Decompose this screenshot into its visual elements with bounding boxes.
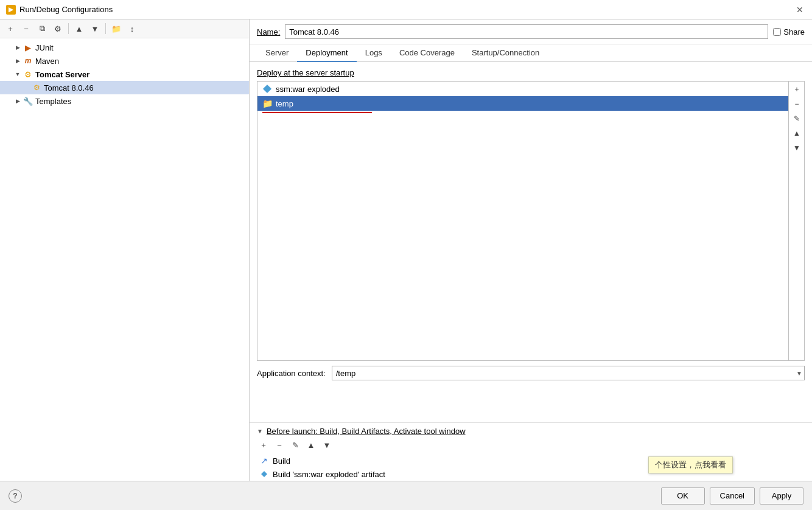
bl-up-button[interactable]: ▲: [304, 438, 318, 452]
bl-build-label: Build: [273, 456, 290, 466]
tree-item-templates[interactable]: ▶ 🔧 Templates: [0, 94, 249, 108]
tomcat-8046-icon: ⚙: [32, 83, 41, 93]
temp-folder-icon: 📁: [262, 99, 272, 108]
temp-label: temp: [276, 99, 293, 108]
tab-deployment[interactable]: Deployment: [297, 44, 356, 62]
name-label: Name:: [257, 27, 280, 37]
left-toolbar: + − ⧉ ⚙ ▲ ▼ 📁 ↕: [0, 19, 249, 38]
maven-chevron: ▶: [13, 57, 22, 65]
close-button[interactable]: ✕: [794, 4, 806, 16]
deploy-item-ssm-war[interactable]: ssm:war exploded: [257, 82, 788, 96]
title-bar-left: ▶ Run/Debug Configurations: [6, 5, 113, 15]
toolbar-sep-1: [68, 23, 69, 34]
add-config-button[interactable]: +: [4, 22, 17, 35]
app-icon: ▶: [6, 5, 16, 15]
build-icon: ↗: [259, 456, 269, 466]
junit-chevron: ▶: [13, 43, 22, 52]
junit-icon: ▶: [23, 43, 33, 52]
deploy-add-button[interactable]: +: [790, 83, 803, 96]
tooltip-popup: 个性设置，点我看看: [648, 456, 733, 473]
deploy-remove-button[interactable]: −: [790, 97, 803, 111]
tomcat-8046-label: Tomcat 8.0.46: [44, 83, 94, 93]
cancel-button[interactable]: Cancel: [710, 487, 755, 505]
name-row: Name: Share: [250, 19, 812, 44]
bl-edit-button[interactable]: ✎: [289, 438, 302, 452]
app-context-select-wrapper: /temp ▼: [332, 366, 805, 380]
deploy-down-button[interactable]: ▼: [790, 141, 803, 155]
right-panel: Name: Share Server Deployment Logs Code …: [250, 19, 812, 481]
deploy-section-label: Deploy at the server startup: [257, 68, 805, 77]
name-input[interactable]: [285, 24, 768, 39]
deploy-area: ssm:war exploded 📁 temp + − ✎ ▲: [257, 81, 805, 361]
bl-remove-button[interactable]: −: [273, 438, 286, 452]
tomcat-server-chevron: ▼: [13, 70, 22, 79]
bl-build-artifact-label: Build 'ssm:war exploded' artifact: [273, 470, 385, 479]
tomcat-server-label: Tomcat Server: [35, 70, 89, 79]
share-option: Share: [773, 27, 805, 37]
app-context-label: Application context:: [257, 369, 326, 378]
bl-down-button[interactable]: ▼: [320, 438, 334, 452]
tree-item-tomcat-8046[interactable]: ▶ ⚙ Tomcat 8.0.46: [0, 81, 249, 94]
move-down-button[interactable]: ▼: [88, 22, 102, 35]
apply-button[interactable]: Apply: [760, 487, 803, 505]
move-up-button[interactable]: ▲: [72, 22, 86, 35]
templates-chevron: ▶: [13, 97, 22, 105]
deploy-list: ssm:war exploded 📁 temp: [257, 82, 788, 360]
bl-add-button[interactable]: +: [257, 438, 270, 452]
tree-item-tomcat-server[interactable]: ▼ ⚙ Tomcat Server: [0, 68, 249, 81]
share-checkbox[interactable]: [773, 28, 781, 36]
folder-button[interactable]: 📁: [110, 22, 123, 35]
tab-logs[interactable]: Logs: [357, 44, 391, 62]
toolbar-sep-2: [105, 23, 106, 34]
config-tree: ▶ ▶ JUnit ▶ m Maven ▼ ⚙ Tomcat Server ▶ …: [0, 38, 249, 110]
templates-icon: 🔧: [23, 96, 33, 106]
build-artifact-icon: [259, 469, 269, 479]
share-label: Share: [783, 27, 805, 37]
templates-label: Templates: [35, 97, 71, 106]
svg-marker-2: [261, 471, 267, 477]
deploy-edit-button[interactable]: ✎: [790, 112, 803, 125]
main-content: + − ⧉ ⚙ ▲ ▼ 📁 ↕ ▶ ▶ JUnit ▶ m Maven: [0, 19, 812, 481]
tab-code-coverage[interactable]: Code Coverage: [391, 44, 463, 62]
deploy-item-temp[interactable]: 📁 temp: [257, 96, 788, 111]
left-panel: + − ⧉ ⚙ ▲ ▼ 📁 ↕ ▶ ▶ JUnit ▶ m Maven: [0, 19, 250, 481]
tree-item-maven[interactable]: ▶ m Maven: [0, 54, 249, 68]
tab-startup-connection[interactable]: Startup/Connection: [463, 44, 548, 62]
before-launch-header: ▼ Before launch: Build, Build Artifacts,…: [257, 427, 805, 436]
ssm-war-icon: [262, 84, 272, 94]
before-launch-toolbar: + − ✎ ▲ ▼: [257, 438, 805, 452]
ssm-war-label: ssm:war exploded: [276, 85, 340, 94]
bottom-bar: ? 个性设置，点我看看 OK Cancel Apply: [0, 481, 812, 510]
title-bar: ▶ Run/Debug Configurations ✕: [0, 0, 812, 19]
ok-button[interactable]: OK: [661, 487, 705, 505]
deploy-side-buttons: + − ✎ ▲ ▼: [788, 82, 804, 360]
app-context-select[interactable]: /temp: [332, 366, 805, 380]
before-launch-toggle[interactable]: ▼: [257, 428, 263, 435]
remove-config-button[interactable]: −: [19, 22, 33, 35]
maven-icon: m: [23, 56, 33, 66]
tree-item-junit[interactable]: ▶ ▶ JUnit: [0, 41, 249, 54]
deploy-up-button[interactable]: ▲: [790, 127, 803, 140]
window-title: Run/Debug Configurations: [19, 5, 113, 14]
maven-label: Maven: [35, 57, 59, 66]
settings-button[interactable]: ⚙: [51, 22, 65, 35]
app-context-row: Application context: /temp ▼: [257, 361, 805, 384]
junit-label: JUnit: [35, 43, 54, 52]
help-button[interactable]: ?: [9, 489, 22, 503]
copy-config-button[interactable]: ⧉: [35, 22, 49, 35]
before-launch-title: Before launch: Build, Build Artifacts, A…: [267, 427, 466, 436]
sort-button[interactable]: ↕: [125, 22, 139, 35]
red-underline-temp: [262, 111, 372, 113]
tab-server[interactable]: Server: [257, 44, 297, 62]
tomcat-server-icon: ⚙: [23, 69, 33, 79]
deployment-tab-content: Deploy at the server startup ssm:war exp…: [250, 62, 812, 422]
tabs-bar: Server Deployment Logs Code Coverage Sta…: [250, 44, 812, 62]
